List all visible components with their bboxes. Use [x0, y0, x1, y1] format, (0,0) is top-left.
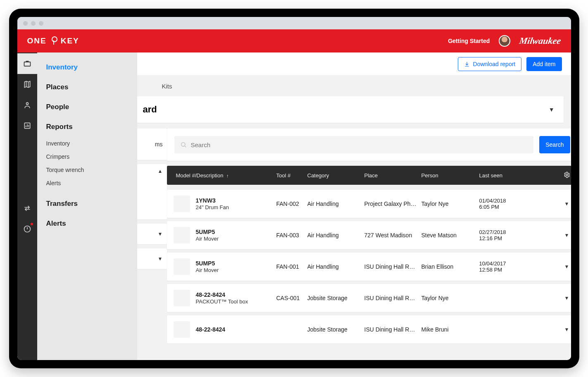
sidebar-item-reports[interactable]: Reports — [37, 117, 137, 137]
sidebar-item-transfers[interactable]: Transfers — [37, 194, 137, 214]
row-thumbnail — [174, 290, 190, 306]
row-expand-button[interactable]: ▼ — [562, 201, 571, 207]
row-place: ISU Dining Hall Reno — [364, 263, 421, 270]
sidebar-sub-crimpers[interactable]: Crimpers — [37, 150, 137, 163]
search-panel: Search — [167, 129, 571, 161]
stub-card[interactable]: ▼ — [137, 248, 167, 269]
chevron-down-icon: ▼ — [158, 256, 163, 262]
row-place: 727 West Madison — [364, 232, 421, 239]
app-body: Inventory Places People Reports Inventor… — [17, 52, 571, 360]
stub-card[interactable]: ▲ — [137, 164, 167, 220]
rail-people-icon[interactable] — [17, 95, 37, 115]
table-rows: 1YNW324" Drum Fan FAN-002 Air Handling P… — [167, 190, 571, 344]
sidebar-sub-inventory[interactable]: Inventory — [37, 137, 137, 150]
row-person: Taylor Nye — [421, 295, 479, 301]
search-icon — [180, 141, 187, 148]
window-dot — [31, 21, 36, 26]
key-icon — [49, 36, 58, 45]
sidebar-sub-alerts[interactable]: Alerts — [37, 177, 137, 190]
heading-title: ard — [143, 104, 157, 115]
subnav: Kits — [137, 76, 571, 96]
row-category: Jobsite Storage — [307, 326, 364, 333]
row-place: Project Galaxy Pha… — [364, 200, 421, 207]
app-header: ONE KEY Getting Started Milwaukee — [17, 29, 571, 52]
row-place: ISU Dining Hall Reno — [364, 326, 421, 333]
row-category: Jobsite Storage — [307, 295, 364, 301]
search-button[interactable]: Search — [539, 136, 570, 153]
content: Download report Add item Kits ard ▼ — [137, 52, 571, 360]
row-person: Steve Matson — [421, 232, 479, 239]
row-thumbnail — [174, 258, 190, 275]
row-model: 48-22-8424 — [196, 326, 276, 333]
rail-places-icon[interactable] — [17, 74, 37, 95]
row-model: 5UMP5Air Mover — [196, 229, 276, 242]
row-last-seen: 10/04/201712:58 PM — [479, 260, 562, 273]
milwaukee-logo[interactable]: Milwaukee — [519, 36, 562, 46]
brand-name-left: ONE — [27, 36, 47, 45]
col-category[interactable]: Category — [307, 172, 364, 179]
col-place[interactable]: Place — [364, 172, 421, 179]
sidebar-item-places[interactable]: Places — [37, 77, 137, 97]
chevron-down-icon: ▼ — [158, 231, 163, 237]
search-button-label: Search — [545, 141, 564, 148]
avatar[interactable] — [499, 35, 510, 47]
row-expand-button[interactable]: ▼ — [562, 232, 571, 238]
table-row[interactable]: 48-22-8424 Jobsite Storage ISU Dining Ha… — [167, 315, 571, 344]
rail-alerts-icon[interactable] — [17, 219, 37, 239]
heading-panel[interactable]: ard ▼ — [137, 96, 564, 123]
download-report-label: Download report — [473, 61, 516, 67]
rail-reports-icon[interactable] — [17, 115, 37, 136]
sidebar-item-people[interactable]: People — [37, 97, 137, 117]
row-expand-button[interactable]: ▼ — [562, 327, 571, 332]
stub-text: ms — [155, 141, 163, 148]
table-row[interactable]: 48-22-8424PACKOUT™ Tool box CAS-001 Jobs… — [167, 284, 571, 312]
subnav-kits[interactable]: Kits — [162, 83, 172, 90]
window-dot — [39, 21, 43, 26]
col-tool[interactable]: Tool # — [276, 172, 307, 179]
table-row[interactable]: 5UMP5Air Mover FAN-001 Air Handling ISU … — [167, 253, 571, 281]
brand-name-right: KEY — [61, 36, 79, 45]
sidebar-sub-torque[interactable]: Torque wrench — [37, 163, 137, 177]
table-settings-button[interactable] — [564, 172, 571, 179]
row-last-seen: 01/04/20186:05 PM — [479, 198, 562, 210]
brand-logo[interactable]: ONE KEY — [27, 36, 79, 45]
row-tool: CAS-001 — [276, 295, 307, 301]
table-header: Model #/Description ↑ Tool # Category Pl… — [167, 166, 571, 185]
add-item-button[interactable]: Add item — [526, 57, 562, 71]
sidebar-item-alerts[interactable]: Alerts — [37, 214, 137, 234]
row-expand-button[interactable]: ▼ — [562, 295, 571, 301]
row-model: 1YNW324" Drum Fan — [196, 197, 276, 210]
add-item-label: Add item — [533, 61, 555, 67]
stub-card[interactable]: ms — [137, 129, 167, 160]
icon-rail — [17, 52, 37, 360]
row-tool: FAN-002 — [276, 200, 307, 207]
sidebar-item-inventory[interactable]: Inventory — [37, 57, 137, 77]
col-seen[interactable]: Last seen — [479, 172, 562, 179]
svg-rect-0 — [24, 62, 30, 66]
row-person: Taylor Nye — [421, 200, 479, 207]
rail-inventory-icon[interactable] — [17, 53, 37, 74]
sidebar: Inventory Places People Reports Inventor… — [37, 52, 137, 360]
col-model[interactable]: Model #/Description ↑ — [167, 172, 276, 179]
device-frame: ONE KEY Getting Started Milwaukee — [9, 9, 579, 368]
row-place: ISU Dining Hall Reno — [364, 295, 421, 301]
gear-icon — [564, 172, 570, 178]
table-row[interactable]: 5UMP5Air Mover FAN-003 Air Handling 727 … — [167, 221, 571, 249]
stub-card[interactable]: ▼ — [137, 224, 167, 244]
chevron-up-icon: ▲ — [158, 168, 163, 174]
search-box[interactable] — [174, 136, 534, 153]
row-category: Air Handling — [307, 232, 364, 239]
row-expand-button[interactable]: ▼ — [562, 264, 571, 270]
col-person[interactable]: Person — [421, 172, 479, 179]
download-report-button[interactable]: Download report — [458, 57, 522, 71]
row-person: Mike Bruni — [421, 326, 479, 333]
getting-started-link[interactable]: Getting Started — [448, 38, 490, 44]
download-icon — [464, 61, 470, 67]
row-tool: FAN-001 — [276, 263, 307, 270]
search-input[interactable] — [191, 136, 528, 153]
main-columns: ms ▲ ▼ ▼ — [137, 129, 564, 344]
rail-transfers-icon[interactable] — [17, 198, 37, 219]
table-row[interactable]: 1YNW324" Drum Fan FAN-002 Air Handling P… — [167, 190, 571, 218]
left-stub-column: ms ▲ ▼ ▼ — [137, 129, 167, 344]
right-column: Search Model #/Description ↑ Tool # Cate… — [167, 129, 571, 344]
